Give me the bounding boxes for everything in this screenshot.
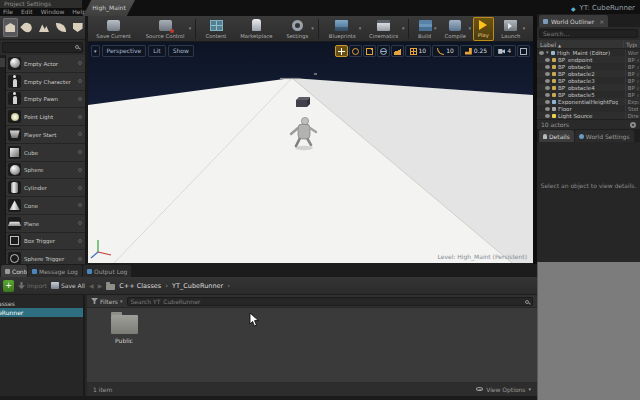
landscape-mode-button[interactable] (37, 18, 52, 37)
cinematics-button[interactable]: Cinematics▾ (363, 17, 404, 41)
visibility-eye-icon[interactable] (545, 65, 550, 69)
outliner-row-bp-obstacle[interactable]: BP_obstacleBP_obstacle (537, 63, 640, 70)
viewport-options-button[interactable]: ▾ (91, 45, 100, 57)
camera-speed-button[interactable]: 4 (493, 45, 516, 57)
outliner-row-bp-obstacle2[interactable]: BP_obstacle2BP_obstacle (537, 70, 640, 77)
grid-snap-button[interactable]: 10 (405, 45, 432, 57)
place-item-empty-actor[interactable]: Empty Actor (6, 55, 85, 73)
view-options-button[interactable]: View Options ▾ (476, 386, 531, 393)
visibility-eye-icon[interactable] (545, 100, 550, 104)
import-button[interactable]: Import (18, 282, 47, 289)
source-item-project[interactable]: YT_CubeRunner (0, 308, 83, 317)
place-actors-search-input[interactable] (2, 42, 83, 53)
tab-world-outliner[interactable]: World Outliner × (539, 15, 608, 27)
save-current-button[interactable]: Save Current (90, 17, 137, 41)
outliner-row-floor[interactable]: FloorStaticMeshActor (537, 105, 640, 112)
blueprints-button[interactable]: Blueprints▾ (323, 17, 362, 41)
paint-mode-button[interactable] (20, 18, 35, 37)
menu-edit[interactable]: Edit (21, 8, 33, 16)
tab-details[interactable]: Details (539, 130, 574, 142)
asset-grid[interactable]: Public (87, 308, 537, 382)
outliner-row-level[interactable]: ▾High_Maint (Editor)World (537, 49, 640, 56)
toolbar-separator (195, 19, 196, 39)
source-item-cpp-classes[interactable]: C++ Classes (0, 299, 83, 308)
build-button[interactable]: Build▾ (413, 17, 436, 41)
place-item-player-start[interactable]: Player Start (6, 126, 85, 144)
place-item-cylinder[interactable]: Cylinder (6, 179, 85, 197)
camera-mode-button[interactable]: Perspective (102, 45, 147, 57)
move-tool-button[interactable] (335, 45, 348, 57)
play-button[interactable]: Play (473, 17, 494, 41)
add-new-button[interactable]: + (3, 280, 14, 292)
place-category-selected[interactable] (0, 58, 5, 67)
surface-snap-button[interactable] (391, 45, 404, 57)
save-all-button[interactable]: Save All (51, 282, 85, 289)
visibility-eye-icon[interactable] (545, 107, 550, 111)
tab-world-settings[interactable]: World Settings (575, 130, 634, 142)
visibility-eye-icon[interactable] (545, 86, 550, 90)
show-flags-button[interactable]: Show (168, 45, 194, 57)
item-count: 1 item (93, 386, 112, 393)
compile-button[interactable]: Compile▾ (439, 17, 472, 41)
world-space-button[interactable] (377, 45, 390, 57)
settings-button[interactable]: Settings▾ (281, 17, 314, 41)
folder-tile-public[interactable]: Public (105, 315, 143, 344)
tab-message-log[interactable]: Message Log (28, 265, 82, 277)
place-item-empty-pawn[interactable]: Empty Pawn (6, 91, 85, 109)
path-folder-icon (106, 284, 115, 290)
visibility-eye-icon[interactable] (545, 114, 550, 118)
outliner-row-height-fog[interactable]: ExponentialHeightFogExponentialHeightFog (537, 98, 640, 105)
content-button[interactable]: Content (200, 17, 232, 41)
empty-pawn-thumb (8, 92, 21, 105)
place-item-empty-character[interactable]: Empty Character (6, 73, 85, 91)
visibility-eye-icon[interactable] (545, 79, 550, 83)
outliner-row-bp-obstacle3[interactable]: BP_obstacle3BP_obstacle (537, 77, 640, 84)
scale-snap-button[interactable]: 0.25 (460, 45, 492, 57)
tab-level-active[interactable]: High_Maint (83, 0, 135, 16)
place-item-cone[interactable]: Cone (6, 197, 85, 215)
outliner-row-bp-obstacle4[interactable]: BP_obstacle4BP_obstacle (537, 84, 640, 91)
tab-content-browser[interactable]: Content Browser (1, 265, 27, 277)
forward-button[interactable]: ▶ (98, 282, 103, 289)
marketplace-button[interactable]: Marketplace (234, 17, 279, 41)
outliner-row-bp-obstacle5[interactable]: BP_obstacle5BP_obstacle (537, 91, 640, 98)
visibility-eye-icon[interactable] (545, 72, 550, 76)
visibility-eye-icon[interactable] (545, 58, 550, 62)
menu-file[interactable]: File (3, 8, 13, 16)
place-item-point-light[interactable]: Point Light (6, 108, 85, 126)
type-column-header[interactable]: Type (623, 41, 637, 48)
rotation-snap-button[interactable]: 10 (432, 45, 459, 57)
maximize-viewport-button[interactable] (517, 45, 530, 57)
rotate-tool-button[interactable] (349, 45, 362, 57)
place-item-cube[interactable]: Cube (6, 144, 85, 162)
level-viewport[interactable]: ▾ Perspective Lit Show 10 10 0.25 4 Leve… (88, 42, 533, 263)
place-item-plane[interactable]: Plane (6, 215, 85, 233)
tab-project-settings[interactable]: Project Settings (0, 0, 82, 8)
visibility-eye-icon[interactable] (539, 51, 544, 55)
menu-window[interactable]: Window (41, 8, 65, 16)
label-column-header[interactable]: Label ▲ (540, 41, 561, 48)
geometry-mode-button[interactable] (70, 18, 85, 37)
place-item-box-trigger[interactable]: Box Trigger (6, 233, 85, 251)
back-button[interactable]: ◀ (89, 282, 94, 289)
outliner-row-bp-endpoint[interactable]: BP_endpointBP_endpoint (537, 56, 640, 63)
place-mode-button[interactable] (3, 18, 18, 37)
outliner-settings-gear-icon[interactable] (630, 122, 636, 128)
breadcrumb-cpp-classes[interactable]: C++ Classes (119, 282, 161, 290)
close-icon[interactable]: × (599, 18, 604, 25)
breadcrumb-project[interactable]: YT_CubeRunner (172, 282, 223, 290)
view-mode-button[interactable]: Lit (148, 45, 165, 57)
scale-tool-button[interactable] (363, 45, 376, 57)
asset-search-input[interactable]: Search YT_CubeRunner (127, 297, 533, 306)
filter-row: Filters▾ Search YT_CubeRunner (87, 295, 537, 308)
foliage-mode-button[interactable] (53, 18, 68, 37)
launch-button[interactable]: Launch▾ (496, 17, 526, 41)
outliner-row-light-source[interactable]: Light SourceDirectionalLight (537, 112, 640, 119)
visibility-eye-icon[interactable] (545, 93, 550, 97)
outliner-search-input[interactable]: Search... (539, 29, 638, 38)
filters-button[interactable]: Filters▾ (91, 298, 123, 305)
source-control-button[interactable]: Source Control▾ (139, 17, 191, 41)
tab-output-log[interactable]: Output Log (83, 265, 131, 277)
details-person-icon (543, 134, 547, 139)
place-item-sphere[interactable]: Sphere (6, 162, 85, 180)
